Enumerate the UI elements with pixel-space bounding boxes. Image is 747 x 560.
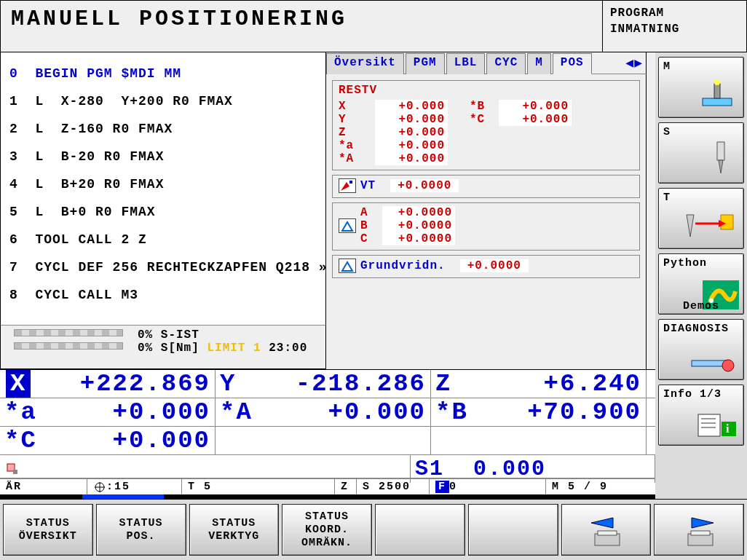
datum: :15: [87, 479, 182, 494]
page-title: MANUELL POSITIONERING: [0, 0, 603, 52]
dro-cell: X+222.869: [0, 370, 216, 398]
dro-cell: Y-218.286: [216, 370, 431, 398]
tab-pgm[interactable]: PGM: [406, 53, 445, 74]
dro-cell: Z+6.240: [431, 370, 647, 398]
program-line[interactable]: 7 CYCL DEF 256 RECHTECKZAPFEN Q218 »: [9, 253, 317, 281]
program-line[interactable]: 2 L Z-160 R0 FMAX: [9, 115, 317, 143]
softkey-7[interactable]: [654, 504, 744, 556]
svg-marker-32: [692, 518, 714, 528]
basic-rot-icon: [339, 259, 356, 273]
softkey-6[interactable]: [561, 504, 652, 556]
svg-text:i: i: [726, 422, 730, 435]
svg-rect-10: [714, 84, 720, 98]
svg-marker-0: [341, 182, 349, 191]
dro-cell: *B+70.900: [431, 398, 647, 426]
program-line[interactable]: 0 BEGIN PGM $MDI MM: [9, 60, 317, 87]
program-line[interactable]: 6 TOOL CALL 2 Z: [9, 226, 317, 253]
vkey-s[interactable]: S: [658, 122, 744, 184]
info-bar: ÄR :15 T 5 Z S 2500 F 0 M 5 / 9: [0, 478, 655, 494]
softkey-5[interactable]: [468, 504, 558, 556]
softkey-1[interactable]: STATUS POS.: [96, 504, 186, 556]
svg-rect-5: [13, 470, 17, 474]
datum-icon: [93, 481, 106, 494]
svg-point-22: [722, 360, 734, 371]
program-line[interactable]: 8 CYCL CALL M3: [9, 281, 317, 309]
dro-cell: [216, 427, 431, 454]
softkey-2[interactable]: STATUS VERKTYG: [189, 504, 280, 556]
dro-cell: *A+0.000: [216, 398, 431, 426]
softkey-3[interactable]: STATUS KOORD. OMRÄKN.: [282, 504, 372, 556]
svg-rect-34: [691, 531, 710, 535]
svg-rect-9: [703, 98, 732, 106]
svg-rect-12: [717, 142, 724, 160]
tab-pos[interactable]: POS: [553, 53, 592, 74]
tabs[interactable]: ÖversiktPGMLBLCYCMPOS◀▶: [326, 52, 646, 74]
tab-cyc[interactable]: CYC: [486, 53, 526, 74]
tab-m[interactable]: M: [527, 53, 551, 74]
program-line[interactable]: 4 L B+20 R0 FMAX: [9, 170, 317, 198]
program-list[interactable]: 0 BEGIN PGM $MDI MM1 L X-280 Y+200 R0 FM…: [1, 52, 325, 325]
grund-value: +0.0000: [460, 259, 529, 272]
dro-cell: *C+0.000: [0, 427, 216, 454]
status-strip: 0% S-IST 0% S[Nm] LIMIT 1 23:00: [1, 325, 325, 368]
dro-cell: *a+0.000: [0, 398, 216, 426]
svg-marker-29: [591, 518, 613, 528]
tab-scroll-icon[interactable]: ◀▶: [622, 52, 646, 74]
svg-rect-1: [349, 181, 352, 184]
vkey-info13[interactable]: Info 1/3i: [658, 384, 744, 446]
vt-icon: [339, 178, 356, 193]
svg-rect-31: [598, 531, 617, 535]
tool: T 5: [182, 479, 335, 494]
svg-rect-23: [698, 414, 720, 436]
vkey-m[interactable]: M: [658, 57, 744, 118]
softkey-0[interactable]: STATUS ÖVERSIKT: [3, 504, 93, 556]
svg-marker-2: [342, 222, 352, 231]
tab-översikt[interactable]: Översikt: [326, 53, 404, 74]
vkey-python[interactable]: PythonDemos: [658, 253, 744, 315]
program-line[interactable]: 1 L X-280 Y+200 R0 FMAX: [9, 87, 317, 115]
vkey-diagnosis[interactable]: DIAGNOSIS: [658, 319, 744, 380]
probe-icon: [4, 461, 25, 477]
program-line[interactable]: 5 L B+0 R0 FMAX: [9, 198, 317, 226]
softkey-4[interactable]: [375, 504, 465, 556]
program-line[interactable]: 3 L B-20 R0 FMAX: [9, 143, 317, 170]
dro: X+222.869Y-218.286Z+6.240 *a+0.000*A+0.0…: [0, 369, 655, 494]
tab-lbl[interactable]: LBL: [446, 53, 486, 74]
vt-value: +0.0000: [390, 179, 459, 192]
mode-box: PROGRAM INMATNING: [603, 0, 747, 52]
svg-marker-3: [342, 262, 352, 271]
vkey-t[interactable]: T: [658, 188, 744, 249]
pos-panel: RESTV X+0.000*B+0.000Y+0.000*C+0.000Z+0.…: [326, 74, 646, 369]
rot-icon: [339, 218, 356, 233]
svg-point-11: [714, 79, 720, 85]
svg-marker-13: [719, 160, 723, 173]
mode: ÄR: [0, 479, 87, 494]
dro-cell: [431, 427, 647, 454]
